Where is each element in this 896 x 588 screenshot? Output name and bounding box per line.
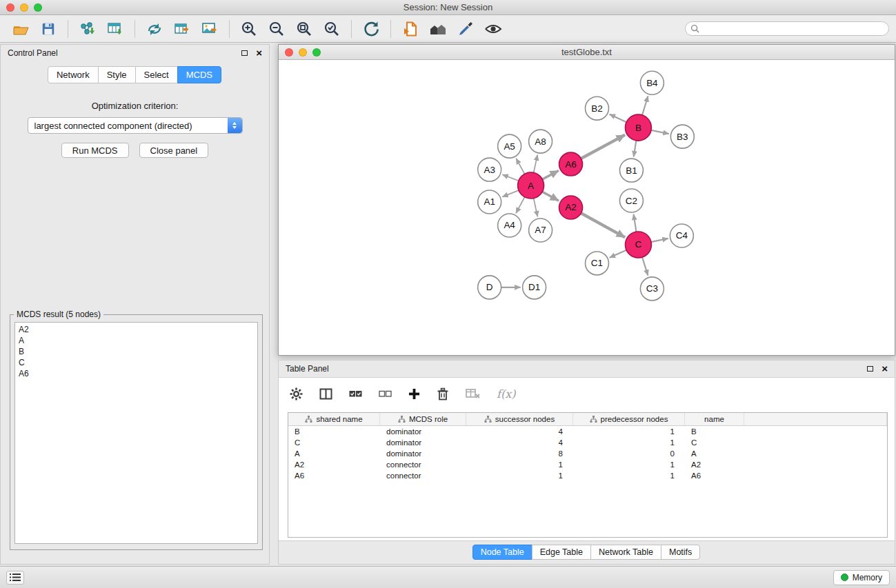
tab-motifs[interactable]: Motifs bbox=[661, 545, 700, 560]
network-tools-button[interactable] bbox=[143, 19, 166, 39]
zoom-out-button[interactable] bbox=[265, 19, 288, 39]
graph-node-A[interactable]: A bbox=[518, 172, 544, 199]
save-session-button[interactable] bbox=[37, 19, 60, 39]
table-panel-content: f(x) shared name MCDS role successor nod… bbox=[279, 377, 895, 541]
open-document-button[interactable] bbox=[399, 19, 422, 39]
import-table-button[interactable] bbox=[103, 19, 127, 39]
table-row[interactable]: Cdominator41C bbox=[288, 437, 887, 448]
control-panel-header: Control Panel × bbox=[1, 45, 269, 61]
select-all-button[interactable] bbox=[349, 389, 362, 398]
zoom-selected-button[interactable] bbox=[320, 19, 344, 39]
graph-node-B[interactable]: B bbox=[625, 114, 651, 141]
graph-node-D1[interactable]: D1 bbox=[523, 276, 546, 299]
graph-node-C1[interactable]: C1 bbox=[586, 252, 609, 275]
table-row[interactable]: A2connector11A2 bbox=[288, 459, 887, 470]
graph-node-C[interactable]: C bbox=[625, 232, 651, 258]
graph-node-A5[interactable]: A5 bbox=[498, 134, 521, 158]
column-header-mcds-role[interactable]: MCDS role bbox=[380, 413, 466, 425]
search-input[interactable] bbox=[703, 24, 884, 34]
control-panel: Control Panel × Network Style Select MCD… bbox=[0, 44, 270, 565]
tab-mcds[interactable]: MCDS bbox=[177, 66, 221, 83]
float-table-panel-icon[interactable] bbox=[867, 366, 873, 372]
tab-style[interactable]: Style bbox=[98, 66, 136, 83]
graph-node-A7[interactable]: A7 bbox=[529, 219, 552, 242]
zoom-fit-button[interactable] bbox=[292, 19, 316, 39]
table-row[interactable]: Adominator80A bbox=[288, 448, 887, 459]
run-mcds-button[interactable]: Run MCDS bbox=[61, 143, 129, 158]
graph-node-D[interactable]: D bbox=[478, 276, 501, 299]
network-graph[interactable]: B4B2BB3A5A8A6B1A3AC2A1A2A4A7C4CC1C3DD1 bbox=[279, 60, 895, 355]
mcds-result-item[interactable]: A2 bbox=[19, 324, 254, 335]
table-settings-button[interactable] bbox=[290, 387, 303, 401]
apply-layout-button[interactable] bbox=[359, 19, 383, 39]
column-type-icon bbox=[305, 416, 312, 423]
graph-node-B2[interactable]: B2 bbox=[586, 97, 609, 120]
graph-node-B4[interactable]: B4 bbox=[640, 71, 664, 94]
deselect-all-button[interactable] bbox=[379, 389, 392, 398]
show-columns-button[interactable] bbox=[319, 388, 332, 400]
zoom-fit-icon bbox=[295, 20, 313, 38]
close-panel-button[interactable]: Close panel bbox=[139, 143, 209, 158]
svg-text:A2: A2 bbox=[565, 202, 576, 212]
graph-node-A6[interactable]: A6 bbox=[559, 152, 583, 176]
close-window-button[interactable] bbox=[6, 3, 14, 12]
function-builder-button[interactable]: f(x) bbox=[497, 387, 515, 401]
float-panel-icon[interactable] bbox=[241, 50, 248, 56]
add-column-button[interactable] bbox=[408, 388, 420, 400]
table-row[interactable]: Bdominator41B bbox=[288, 426, 887, 437]
close-panel-icon[interactable]: × bbox=[256, 50, 262, 57]
column-header-shared-name[interactable]: shared name bbox=[288, 413, 380, 425]
criterion-dropdown[interactable]: largest connected component (directed) bbox=[28, 117, 243, 134]
memory-status-icon bbox=[841, 574, 848, 581]
tab-network-table[interactable]: Network Table bbox=[590, 545, 661, 560]
graph-node-A3[interactable]: A3 bbox=[478, 158, 501, 181]
import-network-button[interactable] bbox=[76, 19, 99, 39]
minimize-window-button[interactable] bbox=[20, 3, 28, 12]
zoom-window-button[interactable] bbox=[34, 3, 42, 12]
memory-button[interactable]: Memory bbox=[833, 570, 890, 585]
show-hide-button[interactable] bbox=[481, 19, 505, 39]
mcds-result-item[interactable]: C bbox=[19, 357, 254, 368]
tab-node-table[interactable]: Node Table bbox=[472, 545, 532, 560]
graph-node-A2[interactable]: A2 bbox=[559, 196, 583, 219]
table-row[interactable]: A6connector11A6 bbox=[288, 470, 887, 481]
open-session-button[interactable] bbox=[9, 19, 32, 39]
graph-node-B3[interactable]: B3 bbox=[670, 125, 694, 148]
close-table-panel-icon[interactable]: × bbox=[882, 365, 888, 372]
graph-node-C3[interactable]: C3 bbox=[640, 277, 664, 301]
search-box[interactable] bbox=[685, 21, 889, 36]
graph-node-C2[interactable]: C2 bbox=[619, 189, 643, 212]
zoom-in-button[interactable] bbox=[237, 19, 261, 39]
svg-text:B3: B3 bbox=[677, 132, 688, 142]
mcds-result-item[interactable]: B bbox=[19, 346, 254, 357]
paint-style-button[interactable] bbox=[454, 19, 477, 39]
column-type-icon bbox=[484, 416, 492, 423]
tab-network[interactable]: Network bbox=[48, 66, 99, 83]
table-cell: 1 bbox=[466, 459, 573, 470]
graph-node-A1[interactable]: A1 bbox=[478, 190, 501, 214]
column-header-successor-nodes[interactable]: successor nodes bbox=[466, 413, 573, 425]
delete-table-button[interactable] bbox=[466, 388, 480, 399]
graph-node-C4[interactable]: C4 bbox=[670, 224, 693, 247]
table-cell: connector bbox=[380, 459, 466, 470]
svg-text:A7: A7 bbox=[535, 225, 546, 235]
tab-select[interactable]: Select bbox=[135, 66, 178, 83]
graph-node-A4[interactable]: A4 bbox=[498, 214, 521, 237]
graph-node-A8[interactable]: A8 bbox=[529, 130, 552, 153]
column-header-name[interactable]: name bbox=[685, 413, 744, 425]
column-header-predecessor-nodes[interactable]: predecessor nodes bbox=[573, 413, 685, 425]
show-all-networks-button[interactable] bbox=[426, 19, 450, 39]
graph-node-B1[interactable]: B1 bbox=[619, 159, 643, 182]
export-table-button[interactable] bbox=[170, 19, 194, 39]
network-close-button[interactable] bbox=[285, 48, 293, 57]
delete-column-button[interactable] bbox=[437, 387, 449, 401]
tab-edge-table[interactable]: Edge Table bbox=[532, 545, 591, 560]
network-minimize-button[interactable] bbox=[299, 48, 307, 57]
mcds-result-item[interactable]: A6 bbox=[19, 368, 254, 379]
network-zoom-button[interactable] bbox=[312, 48, 321, 57]
toolbar-separator bbox=[390, 20, 391, 38]
mcds-result-item[interactable]: A bbox=[19, 335, 254, 346]
task-history-button[interactable] bbox=[6, 571, 24, 585]
export-image-button[interactable] bbox=[198, 19, 221, 39]
network-canvas[interactable]: B4B2BB3A5A8A6B1A3AC2A1A2A4A7C4CC1C3DD1 bbox=[279, 60, 895, 355]
